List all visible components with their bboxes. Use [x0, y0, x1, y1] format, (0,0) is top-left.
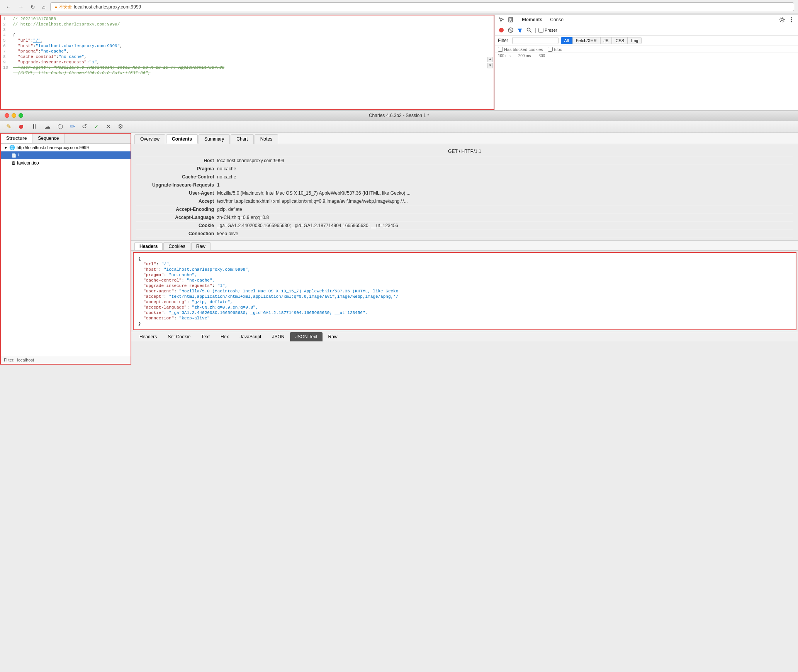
json-line-5: "upgrade-insecure-requests": "1", [138, 283, 791, 288]
settings-gear-icon[interactable] [779, 16, 786, 23]
detail-label-upgrade: Upgrade-Insecure-Requests [136, 182, 217, 188]
response-tab-text[interactable]: Text [196, 332, 215, 341]
detail-host: Host localhost.charlesproxy.com:9999 [136, 157, 793, 165]
tools-tool-button[interactable]: ✕ [104, 122, 112, 131]
timeline-bar: 100 ms 200 ms 300 [495, 53, 798, 59]
response-tab-hex[interactable]: Hex [216, 332, 234, 341]
refresh-tool-button[interactable]: ↺ [80, 122, 88, 131]
blocked-cookies-checkbox[interactable] [498, 47, 503, 52]
tab-chart[interactable]: Chart [231, 134, 253, 144]
detail-value-user-agent: Mozilla/5.0 (Macintosh; Intel Mac OS X 1… [217, 190, 793, 196]
filter-input[interactable] [512, 37, 559, 44]
sidebar-item-favicon-label: favicon.ico [17, 160, 39, 166]
pencil-tool-button[interactable]: ✎ [5, 122, 13, 131]
bottom-section: Headers Cookies Raw { "url": "/", "host"… [131, 240, 798, 341]
charles-window: Charles 4.6.3b2 - Session 1 * ✎ ⏺ ⏸ ☁ ⬡ … [0, 111, 798, 365]
scroll-down-button[interactable]: ▼ [487, 63, 493, 68]
sidebar-tab-structure[interactable]: Structure [1, 134, 32, 143]
block-icon[interactable] [507, 27, 514, 34]
filter-tab-all[interactable]: All [561, 37, 572, 44]
tab-overview[interactable]: Overview [134, 134, 165, 144]
detail-value-cookie: _ga=GA1.2.44020030.1665965630; _gid=GA1.… [217, 223, 793, 228]
device-icon[interactable] [507, 16, 514, 23]
detail-value-host: localhost.charlesproxy.com:9999 [217, 158, 793, 163]
code-line-8: 8 "cache-control" : "no-cache" , [0, 54, 494, 59]
bottom-tab-headers[interactable]: Headers [134, 242, 163, 250]
scroll-up-button[interactable]: ▲ [487, 57, 493, 62]
cloud-tool-button[interactable]: ☁ [43, 122, 52, 131]
response-tab-headers[interactable]: Headers [134, 332, 162, 341]
svg-point-3 [781, 19, 783, 21]
json-line-6: "user-agent": "Mozilla/5.0 (Macintosh; I… [138, 288, 791, 294]
browser-toolbar: ← → ↻ ⌂ ▲ 不安全 localhost.charlesproxy.com… [0, 0, 798, 14]
devtools-icon-group [498, 16, 514, 23]
json-line-4: "cache-control": "no-cache", [138, 278, 791, 283]
maximize-button[interactable] [19, 113, 23, 118]
record-tool-button[interactable]: ⏺ [17, 122, 26, 131]
detail-value-connection: keep-alive [217, 231, 793, 236]
detail-label-accept: Accept [136, 199, 217, 204]
record-icon[interactable] [498, 27, 505, 34]
tab-elements[interactable]: Elements [519, 16, 545, 23]
home-button[interactable]: ⌂ [40, 3, 47, 11]
response-tab-json-text[interactable]: JSON Text [290, 332, 322, 341]
detail-label-pragma: Pragma [136, 166, 217, 171]
filter-tab-js[interactable]: JS [600, 37, 612, 44]
forward-button[interactable]: → [16, 3, 25, 11]
detail-value-accept: text/html,application/xhtml+xml,applicat… [217, 199, 793, 204]
bottom-tab-raw[interactable]: Raw [191, 242, 211, 250]
preserve-log-checkbox[interactable] [538, 28, 543, 33]
bottom-tab-cookies[interactable]: Cookies [163, 242, 190, 250]
response-tab-raw[interactable]: Raw [323, 332, 343, 341]
address-bar[interactable]: ▲ 不安全 localhost.charlesproxy.com:9999 [50, 2, 794, 11]
tab-summary[interactable]: Summary [199, 134, 230, 144]
detail-label-accept-encoding: Accept-Encoding [136, 207, 217, 212]
sidebar-item-root[interactable]: 📄 / [1, 151, 131, 159]
filter-icon[interactable] [516, 27, 523, 34]
close-button[interactable] [5, 113, 9, 118]
response-tab-set-cookie[interactable]: Set Cookie [163, 332, 195, 341]
detail-label-connection: Connection [136, 231, 217, 236]
minimize-button[interactable] [12, 113, 16, 118]
detail-value-cache-control: no-cache [217, 174, 793, 180]
settings-tool-button[interactable]: ⚙ [116, 122, 125, 131]
tab-console[interactable]: Conso [547, 16, 567, 23]
sidebar-item-root-label: / [18, 153, 19, 158]
detail-accept: Accept text/html,application/xhtml+xml,a… [136, 197, 793, 205]
bloc-checkbox[interactable] [548, 47, 553, 52]
response-tab-json[interactable]: JSON [267, 332, 289, 341]
tab-notes[interactable]: Notes [255, 134, 278, 144]
json-line-12: } [138, 321, 791, 326]
json-line-9: "accept-language": "zh-CN,zh;q=0.9,en;q=… [138, 305, 791, 310]
devtools-right-panel: Elements Conso [495, 15, 798, 110]
more-options-icon[interactable] [788, 16, 795, 23]
detail-label-cookie: Cookie [136, 223, 217, 228]
search-icon[interactable] [526, 27, 533, 34]
sidebar-host-item[interactable]: ▼ 🌐 http://localhost.charlesproxy.com:99… [1, 144, 131, 151]
filter-tab-img[interactable]: Img [628, 37, 642, 44]
back-button[interactable]: ← [4, 3, 13, 11]
detail-pragma: Pragma no-cache [136, 165, 793, 173]
reload-button[interactable]: ↻ [29, 3, 37, 11]
sidebar-filter: Filter: localhost [1, 356, 131, 364]
bloc-label: Bloc [548, 47, 562, 52]
tab-contents[interactable]: Contents [166, 134, 198, 144]
filter-tab-fetch[interactable]: Fetch/XHR [572, 37, 600, 44]
sidebar-tab-sequence[interactable]: Sequence [32, 134, 65, 143]
filter-tab-css[interactable]: CSS [612, 37, 628, 44]
inspect-icon[interactable] [498, 16, 505, 23]
code-line-10b: (KHTML, like Gecko) Chrome/106.0.0.0 Saf… [0, 70, 494, 76]
response-tab-javascript[interactable]: JavaScript [234, 332, 266, 341]
filter-row: Filter All Fetch/XHR JS CSS Img [495, 36, 798, 46]
hex-tool-button[interactable]: ⬡ [56, 122, 65, 131]
code-line-10: 10 "user-agent": "Mozilla/5.0 (Macintosh… [0, 65, 494, 70]
sidebar-item-favicon[interactable]: 🖼 favicon.ico [1, 159, 131, 167]
code-line-9: 9 "upgrade-insecure-requests" : "1" , [0, 59, 494, 65]
detail-cookie: Cookie _ga=GA1.2.44020030.1665965630; _g… [136, 222, 793, 230]
json-line-11: "connection": "keep-alive" [138, 316, 791, 321]
check-tool-button[interactable]: ✓ [92, 122, 100, 131]
pause-tool-button[interactable]: ⏸ [30, 122, 39, 131]
code-line-3: 3 [0, 27, 494, 32]
edit-tool-button[interactable]: ✏ [68, 122, 76, 131]
checkbox-row: Has blocked cookies Bloc [495, 46, 798, 53]
